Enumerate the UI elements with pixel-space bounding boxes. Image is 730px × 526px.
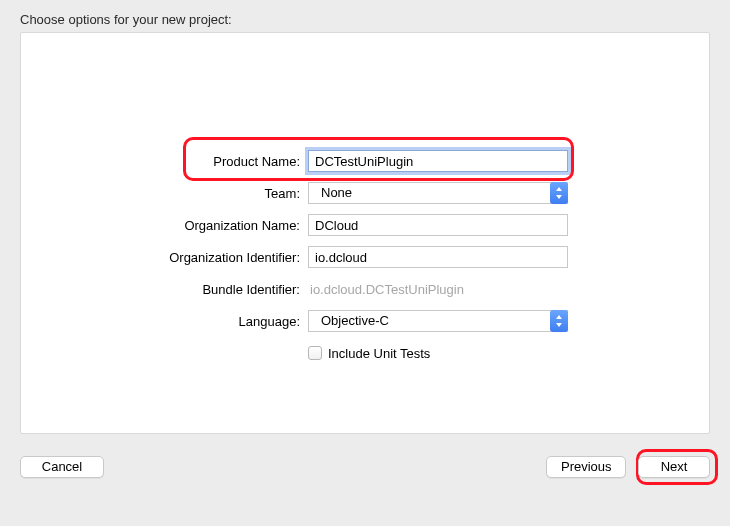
- label-language: Language:: [21, 314, 308, 329]
- label-org-identifier: Organization Identifier:: [21, 250, 308, 265]
- previous-button[interactable]: Previous: [546, 456, 626, 478]
- row-org-name: Organization Name:: [21, 209, 709, 241]
- label-org-name: Organization Name:: [21, 218, 308, 233]
- cancel-button[interactable]: Cancel: [20, 456, 104, 478]
- row-bundle-identifier: Bundle Identifier: io.dcloud.DCTestUniPl…: [21, 273, 709, 305]
- org-name-input[interactable]: [308, 214, 568, 236]
- label-product-name: Product Name:: [21, 154, 308, 169]
- row-include-unit-tests: . Include Unit Tests: [21, 337, 709, 369]
- include-unit-tests-checkbox[interactable]: Include Unit Tests: [308, 346, 568, 361]
- label-team: Team:: [21, 186, 308, 201]
- next-button[interactable]: Next: [638, 456, 710, 478]
- product-name-input[interactable]: [308, 150, 568, 172]
- row-org-identifier: Organization Identifier:: [21, 241, 709, 273]
- options-panel: Product Name: Team: None: [20, 32, 710, 434]
- team-select[interactable]: None: [308, 182, 568, 204]
- row-product-name: Product Name:: [21, 145, 709, 177]
- org-identifier-input[interactable]: [308, 246, 568, 268]
- team-select-value: None: [315, 183, 352, 203]
- checkbox-box-icon: [308, 346, 322, 360]
- row-language: Language: Objective-C: [21, 305, 709, 337]
- options-form: Product Name: Team: None: [21, 145, 709, 369]
- new-project-options-sheet: Choose options for your new project: Pro…: [0, 0, 730, 526]
- label-bundle-identifier: Bundle Identifier:: [21, 282, 308, 297]
- button-bar: Cancel Previous Next: [20, 452, 710, 480]
- language-select-value: Objective-C: [315, 311, 389, 331]
- include-unit-tests-label: Include Unit Tests: [328, 346, 430, 361]
- language-select[interactable]: Objective-C: [308, 310, 568, 332]
- updown-arrows-icon: [550, 182, 568, 204]
- page-title: Choose options for your new project:: [20, 12, 232, 27]
- updown-arrows-icon: [550, 310, 568, 332]
- bundle-identifier-value: io.dcloud.DCTestUniPlugin: [308, 282, 464, 297]
- row-team: Team: None: [21, 177, 709, 209]
